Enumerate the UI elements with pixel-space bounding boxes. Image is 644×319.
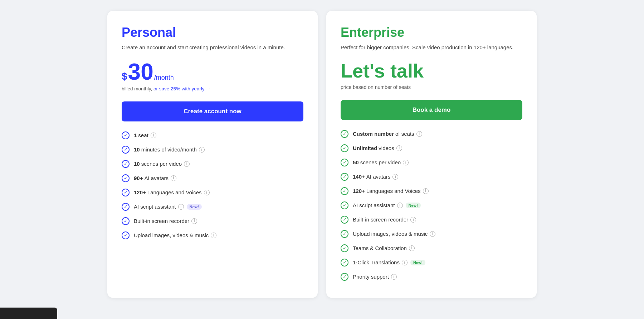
list-item: ✓AI script assistantiNew!	[341, 201, 522, 209]
list-item: ✓Unlimited videosi	[341, 144, 522, 152]
info-icon[interactable]: i	[397, 203, 403, 208]
check-icon: ✓	[341, 173, 348, 181]
info-icon[interactable]: i	[410, 217, 416, 223]
personal-yearly-link[interactable]: or save 25% with yearly →	[153, 86, 211, 91]
check-icon: ✓	[341, 244, 348, 252]
list-item: ✓Priority supporti	[341, 273, 522, 281]
check-icon: ✓	[122, 231, 130, 239]
check-icon: ✓	[341, 144, 348, 152]
check-icon: ✓	[341, 130, 348, 138]
info-icon[interactable]: i	[409, 245, 415, 251]
info-icon[interactable]: i	[392, 174, 398, 180]
personal-price-number: 30	[128, 60, 153, 83]
list-item: ✓1-Click TranslationsiNew!	[341, 259, 522, 266]
info-icon[interactable]: i	[199, 147, 205, 153]
enterprise-seats-note: price based on number of seats	[341, 84, 522, 90]
check-icon: ✓	[122, 131, 130, 139]
info-icon[interactable]: i	[171, 175, 176, 181]
list-item: ✓Built-in screen recorderi	[341, 216, 522, 224]
list-item: ✓Built-in screen recorderi	[122, 217, 303, 225]
personal-price-period: /month	[154, 74, 174, 81]
list-item: ✓Teams & Collaborationi	[341, 244, 522, 252]
check-icon: ✓	[122, 174, 130, 182]
info-icon[interactable]: i	[211, 233, 216, 238]
info-icon[interactable]: i	[402, 260, 408, 265]
list-item: ✓Custom number of seatsi	[341, 130, 522, 138]
enterprise-price-label: Let's talk	[341, 60, 522, 81]
enterprise-card: Enterprise Perfect for bigger companies.…	[326, 11, 537, 298]
check-icon: ✓	[122, 160, 130, 168]
enterprise-cta-button[interactable]: Book a demo	[341, 100, 522, 120]
info-icon[interactable]: i	[191, 218, 197, 224]
pricing-container: Personal Create an account and start cre…	[107, 11, 537, 298]
info-icon[interactable]: i	[416, 131, 422, 137]
check-icon: ✓	[122, 217, 130, 225]
personal-features-list: ✓1 seati✓10 minutes of video/monthi✓10 s…	[122, 131, 303, 239]
check-icon: ✓	[341, 159, 348, 166]
info-icon[interactable]: i	[403, 160, 409, 165]
enterprise-plan-description: Perfect for bigger companies. Scale vide…	[341, 44, 522, 52]
new-badge: New!	[406, 203, 421, 208]
personal-billing-note: billed monthly, or save 25% with yearly …	[122, 86, 303, 91]
info-icon[interactable]: i	[430, 231, 435, 237]
list-item: ✓1 seati	[122, 131, 303, 139]
info-icon[interactable]: i	[396, 145, 402, 151]
list-item: ✓Upload images, videos & musici	[122, 231, 303, 239]
info-icon[interactable]: i	[184, 161, 190, 167]
info-icon[interactable]: i	[151, 133, 156, 138]
check-icon: ✓	[341, 216, 348, 224]
enterprise-plan-title: Enterprise	[341, 25, 522, 40]
list-item: ✓120+ Languages and Voicesi	[122, 189, 303, 196]
enterprise-features-list: ✓Custom number of seatsi✓Unlimited video…	[341, 130, 522, 281]
new-badge: New!	[187, 204, 202, 210]
check-icon: ✓	[122, 189, 130, 196]
check-icon: ✓	[341, 259, 348, 266]
check-icon: ✓	[341, 187, 348, 195]
personal-price-block: $ 30 /month	[122, 60, 303, 83]
list-item: ✓AI script assistantiNew!	[122, 203, 303, 211]
check-icon: ✓	[122, 146, 130, 154]
bottom-bar	[0, 308, 57, 319]
info-icon[interactable]: i	[178, 204, 184, 210]
list-item: ✓Upload images, videos & musici	[341, 230, 522, 238]
new-badge: New!	[410, 260, 425, 265]
personal-plan-title: Personal	[122, 25, 303, 40]
info-icon[interactable]: i	[204, 190, 210, 195]
list-item: ✓50 scenes per videoi	[341, 159, 522, 166]
personal-card: Personal Create an account and start cre…	[107, 11, 318, 298]
list-item: ✓10 scenes per videoi	[122, 160, 303, 168]
info-icon[interactable]: i	[391, 274, 397, 280]
list-item: ✓120+ Languages and Voicesi	[341, 187, 522, 195]
check-icon: ✓	[341, 230, 348, 238]
personal-cta-button[interactable]: Create account now	[122, 101, 303, 121]
list-item: ✓90+ AI avatarsi	[122, 174, 303, 182]
list-item: ✓140+ AI avatarsi	[341, 173, 522, 181]
personal-price-symbol: $	[122, 71, 127, 82]
check-icon: ✓	[122, 203, 130, 211]
check-icon: ✓	[341, 273, 348, 281]
personal-plan-description: Create an account and start creating pro…	[122, 44, 303, 52]
check-icon: ✓	[341, 201, 348, 209]
list-item: ✓10 minutes of video/monthi	[122, 146, 303, 154]
info-icon[interactable]: i	[423, 188, 429, 194]
